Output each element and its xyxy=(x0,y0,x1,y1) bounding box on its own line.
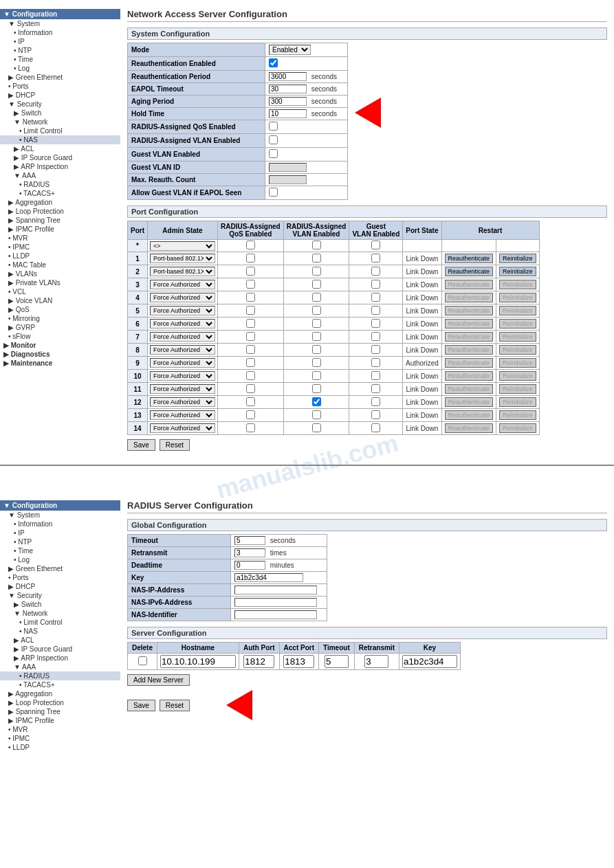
port-9-qos-cb[interactable] xyxy=(246,358,255,367)
port-6-admin-select[interactable]: Force Authorized xyxy=(150,319,215,329)
port-13-vlan-cb[interactable] xyxy=(312,410,321,419)
port-3-reauth-btn[interactable]: Reauthenticate xyxy=(445,280,494,289)
port-8-reauth-btn[interactable]: Reauthenticate xyxy=(445,345,494,355)
port-5-admin-select[interactable]: Force Authorized xyxy=(150,306,215,315)
port-8-guest-cb[interactable] xyxy=(371,345,380,354)
max-reauth-input[interactable] xyxy=(269,175,307,184)
port-10-reauth-btn[interactable]: Reauthenticate xyxy=(445,371,494,381)
sidebar-diagnostics[interactable]: ▶ Diagnostics xyxy=(0,350,120,359)
nas-ip-input[interactable] xyxy=(234,586,317,594)
port-5-qos-cb[interactable] xyxy=(246,306,255,315)
port-2-admin-select[interactable]: Port-based 802.1X Force Authorized Force… xyxy=(150,267,215,276)
port-1-reinit-btn[interactable]: Reinitialize xyxy=(499,254,536,263)
wildcard-admin-state-select[interactable]: <> Force Authorized Force Unauthorized P… xyxy=(150,241,215,251)
wildcard-vlan-cb[interactable] xyxy=(312,241,321,249)
sidebar2-arp-inspection[interactable]: ▶ ARP Inspection xyxy=(0,654,120,663)
sidebar-time[interactable]: • Time xyxy=(0,55,120,64)
sidebar2-network[interactable]: ▼ Network xyxy=(0,609,120,618)
port-6-qos-cb[interactable] xyxy=(246,319,255,328)
port-1-guest-cb[interactable] xyxy=(371,254,380,263)
port-1-qos-cb[interactable] xyxy=(246,254,255,263)
radius-vlan-checkbox[interactable] xyxy=(269,135,278,144)
port-10-reinit-btn[interactable]: Reinitialize xyxy=(499,371,536,381)
sidebar-qos[interactable]: ▶ QoS xyxy=(0,305,120,314)
sidebar2-info[interactable]: • Information xyxy=(0,520,120,528)
port-11-reauth-btn[interactable]: Reauthenticate xyxy=(445,384,494,394)
nas-id-input[interactable] xyxy=(234,610,317,619)
port-3-admin-select[interactable]: Force AuthorizedForce UnauthorizedPort-b… xyxy=(150,280,215,289)
port-3-reinit-btn[interactable]: Reinitialize xyxy=(499,280,536,289)
sidebar-green-ethernet[interactable]: ▶ Green Ethernet xyxy=(0,73,120,82)
port-12-guest-cb[interactable] xyxy=(371,397,380,406)
sidebar-sflow[interactable]: • sFlow xyxy=(0,332,120,341)
port-3-qos-cb[interactable] xyxy=(246,280,255,289)
sidebar-system[interactable]: ▼ System xyxy=(0,19,120,28)
port-3-guest-cb[interactable] xyxy=(371,280,380,289)
port-12-vlan-cb[interactable] xyxy=(312,397,321,406)
port-1-reauth-btn[interactable]: Reauthenticate xyxy=(445,254,494,263)
port-9-reinit-btn[interactable]: Reinitialize xyxy=(499,358,536,368)
sidebar2-acl[interactable]: ▶ ACL xyxy=(0,636,120,645)
eapol-timeout-input[interactable] xyxy=(269,85,307,93)
port-2-guest-cb[interactable] xyxy=(371,267,380,276)
sidebar-private-vlans[interactable]: ▶ Private VLANs xyxy=(0,278,120,287)
port-5-reinit-btn[interactable]: Reinitialize xyxy=(499,306,536,315)
deadtime-input[interactable] xyxy=(234,561,265,570)
port-6-reauth-btn[interactable]: Reauthenticate xyxy=(445,319,494,329)
mode-select[interactable]: Enabled Disabled xyxy=(269,45,311,55)
sidebar-arp-inspection[interactable]: ▶ ARP Inspection xyxy=(0,162,120,171)
sidebar-ports[interactable]: • Ports xyxy=(0,82,120,91)
port-9-admin-select[interactable]: Force Authorized xyxy=(150,358,215,368)
sidebar-gvrp[interactable]: ▶ GVRP xyxy=(0,323,120,332)
port-14-reauth-btn[interactable]: Reauthenticate xyxy=(445,423,494,433)
timeout-input[interactable] xyxy=(234,536,265,545)
sidebar-mvr[interactable]: • MVR xyxy=(0,234,120,243)
sidebar2-aaa[interactable]: ▼ AAA xyxy=(0,663,120,671)
sidebar-limit-control[interactable]: • Limit Control xyxy=(0,126,120,135)
port-4-admin-select[interactable]: Force Authorized xyxy=(150,293,215,302)
sidebar-aaa[interactable]: ▼ AAA xyxy=(0,171,120,180)
port-10-qos-cb[interactable] xyxy=(246,371,255,380)
retransmit-input[interactable] xyxy=(234,548,265,557)
port-10-vlan-cb[interactable] xyxy=(312,371,321,380)
server-1-auth-port-input[interactable] xyxy=(243,655,274,668)
sidebar-nas[interactable]: • NAS xyxy=(0,135,120,144)
sidebar2-radius[interactable]: • RADIUS xyxy=(0,671,120,680)
port-7-guest-cb[interactable] xyxy=(371,332,380,341)
radius-reset-button[interactable]: Reset xyxy=(160,700,190,711)
port-2-reinit-btn[interactable]: Reinitialize xyxy=(499,267,536,276)
sidebar-radius[interactable]: • RADIUS xyxy=(0,180,120,189)
port-3-vlan-cb[interactable] xyxy=(312,280,321,289)
port-14-qos-cb[interactable] xyxy=(246,423,255,432)
sidebar2-security[interactable]: ▼ Security xyxy=(0,591,120,600)
sidebar2-system[interactable]: ▼ System xyxy=(0,511,120,520)
server-1-hostname-input[interactable] xyxy=(160,655,236,668)
port-11-vlan-cb[interactable] xyxy=(312,384,321,393)
sidebar-ip-source-guard[interactable]: ▶ IP Source Guard xyxy=(0,153,120,162)
sidebar2-loop-protection[interactable]: ▶ Loop Protection xyxy=(0,698,120,707)
sidebar2-limit-control[interactable]: • Limit Control xyxy=(0,618,120,627)
port-13-admin-select[interactable]: Force Authorized xyxy=(150,410,215,420)
sidebar-acl[interactable]: ▶ ACL xyxy=(0,144,120,153)
sidebar-ipmc-profile[interactable]: ▶ IPMC Profile xyxy=(0,225,120,234)
sidebar-aggregation[interactable]: ▶ Aggregation xyxy=(0,198,120,207)
sidebar2-ip-source-guard[interactable]: ▶ IP Source Guard xyxy=(0,645,120,654)
port-6-vlan-cb[interactable] xyxy=(312,319,321,328)
port-11-reinit-btn[interactable]: Reinitialize xyxy=(499,384,536,394)
sidebar-ntp[interactable]: • NTP xyxy=(0,46,120,55)
port-4-guest-cb[interactable] xyxy=(371,293,380,302)
port-7-qos-cb[interactable] xyxy=(246,332,255,341)
port-4-vlan-cb[interactable] xyxy=(312,293,321,302)
sidebar2-switch[interactable]: ▶ Switch xyxy=(0,600,120,609)
port-4-reinit-btn[interactable]: Reinitialize xyxy=(499,293,536,302)
port-2-vlan-cb[interactable] xyxy=(312,267,321,276)
sidebar-maintenance[interactable]: ▶ Maintenance xyxy=(0,359,120,368)
sidebar-vcl[interactable]: • VCL xyxy=(0,287,120,296)
port-4-qos-cb[interactable] xyxy=(246,293,255,302)
radius-save-button[interactable]: Save xyxy=(127,700,155,711)
sidebar2-ntp[interactable]: • NTP xyxy=(0,537,120,546)
sidebar2-log[interactable]: • Log xyxy=(0,555,120,564)
port-13-reauth-btn[interactable]: Reauthenticate xyxy=(445,410,494,420)
sidebar-voice-vlan[interactable]: ▶ Voice VLAN xyxy=(0,296,120,305)
sidebar2-time[interactable]: • Time xyxy=(0,546,120,555)
